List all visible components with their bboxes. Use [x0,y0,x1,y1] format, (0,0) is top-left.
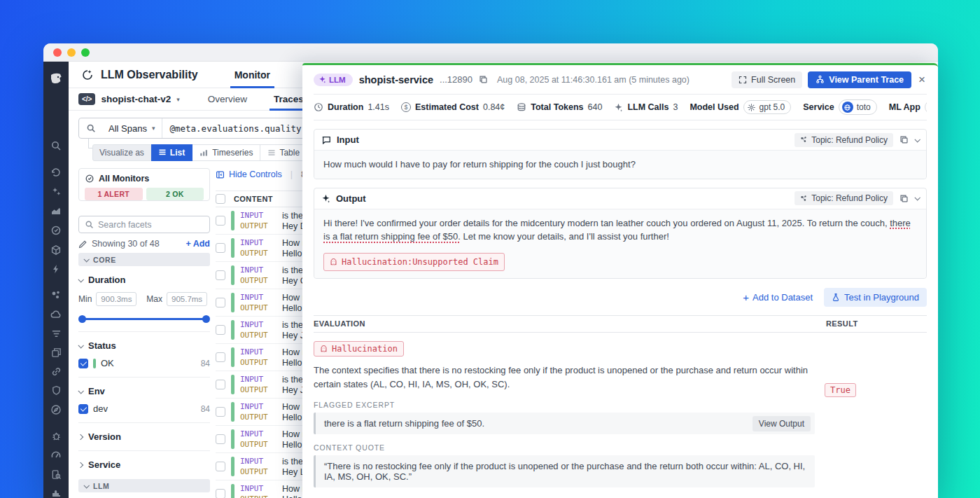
service-clusters-icon[interactable] [50,289,62,300]
all-monitors-card[interactable]: All Monitors 1 ALERT 2 OK [78,168,210,201]
metrics-chart-icon[interactable] [50,205,62,216]
row-status-bar [231,429,234,449]
copy-icon[interactable] [479,75,488,84]
cloud-icon[interactable] [50,309,62,320]
ml-app-pill[interactable]: shopist-chat-v2 [925,100,927,114]
view-parent-trace-button[interactable]: View Parent Trace [808,71,911,88]
facet-search[interactable] [78,216,210,233]
copy-icon[interactable] [899,135,909,144]
visualize-list-button[interactable]: List [151,144,192,161]
row-status-bar [231,347,234,367]
history-icon[interactable] [50,167,62,178]
row-checkbox[interactable] [216,380,225,389]
context-quote-block: “There is no restocking fee only if the … [314,455,815,487]
row-checkbox[interactable] [216,489,225,498]
duration-min-input[interactable]: 900.3ms [96,292,136,306]
facet-status-header[interactable]: Status [78,340,210,351]
context-quote-label: CONTEXT QUOTE [314,443,927,452]
facet-duration-header[interactable]: Duration [78,275,210,285]
duration-range-slider[interactable] [78,315,210,323]
plus-icon: + [743,291,749,303]
model-pill[interactable]: gpt 5.0 [743,100,792,114]
desktop: { "icons": {"caret":"▾","close":"×","plu… [0,0,980,498]
security-shield-icon[interactable] [50,385,62,396]
span-scope-dropdown[interactable]: All Spans▾ [102,118,162,138]
row-checkbox[interactable] [216,216,225,226]
infrastructure-cube-icon[interactable] [50,244,62,256]
alert-count-pill[interactable]: 1 ALERT [85,188,143,200]
topic-pill[interactable]: Topic: Refund Policy [794,133,893,147]
audit-search-icon[interactable] [50,469,62,480]
row-checkbox[interactable] [216,270,225,280]
add-to-dataset-button[interactable]: +Add to Dataset [743,291,813,303]
app-selector[interactable]: shopist-chat-v2 [101,94,171,104]
chevron-down-icon[interactable]: ▾ [176,96,180,103]
collapse-chevron-icon[interactable] [914,137,920,142]
facet-env-header[interactable]: Env [78,386,210,396]
full-screen-button[interactable]: Full Screen [732,71,802,88]
input-text: How much would I have to pay for return … [314,151,926,179]
row-checkbox[interactable] [216,243,225,253]
input-section: Input Topic: Refund Policy How much woul… [314,129,927,179]
row-checkbox[interactable] [216,407,225,417]
row-checkbox[interactable] [216,298,225,307]
monitors-target-icon[interactable] [50,225,62,236]
hallucination-violation-badge[interactable]: Hallucination:Unsupported Claim [323,253,505,271]
search-icon [85,220,94,229]
llm-observability-icon [81,69,94,81]
status-ok-checkbox[interactable] [78,359,88,368]
env-dev-checkbox[interactable] [78,404,88,414]
dashboards-windows-icon[interactable] [50,347,62,358]
facet-version-header[interactable]: Version [78,431,210,442]
facet-env-dev[interactable]: dev 84 [78,403,210,414]
facet-status-ok[interactable]: OK 84 [78,358,210,368]
service-pill[interactable]: toto [839,99,877,115]
span-timestamp: Aug 08, 2025 at 11:46:30.161 am (5 minut… [497,75,690,85]
performance-gauge-icon[interactable] [50,450,62,461]
slider-handle-max[interactable] [202,315,210,323]
view-output-button[interactable]: View Output [752,416,811,431]
flagged-excerpt-block: there is a flat return shipping fee of $… [314,413,815,434]
stat-total-tokens: Total Tokens640 [517,102,602,112]
core-section-header[interactable]: CORE [78,253,210,266]
facet-search-input[interactable] [98,220,189,230]
datadog-logo-icon[interactable] [48,71,64,87]
stat-model-used: Model Used gpt 5.0 [690,100,791,114]
close-icon[interactable]: × [917,73,927,87]
datadog-sidebar [43,62,69,498]
hallucination-eval-badge[interactable]: Hallucination [314,341,404,357]
minimize-window-button[interactable] [67,48,76,57]
topic-pill[interactable]: Topic: Refund Policy [794,191,893,205]
close-window-button[interactable] [53,48,62,57]
collapse-chevron-icon[interactable] [914,195,920,200]
span-id: ...12890 [440,74,472,85]
ok-count-pill[interactable]: 2 OK [146,188,204,200]
row-checkbox[interactable] [216,434,225,444]
integrations-link-icon[interactable] [50,366,62,377]
tab-monitor[interactable]: Monitor [230,62,274,88]
slider-handle-min[interactable] [78,315,86,323]
tab-overview[interactable]: Overview [204,88,251,111]
llm-section-header[interactable]: LLM [78,479,210,492]
events-bolt-icon[interactable] [50,264,62,274]
output-text: Hi there! I've confirmed your order deta… [323,216,917,244]
apm-compass-icon[interactable] [50,404,62,415]
search-icon[interactable] [50,140,62,151]
row-status-bar [231,238,234,258]
visualize-table-button[interactable]: Table [260,144,307,161]
test-in-playground-button[interactable]: Test in Playground [824,288,927,307]
maximize-window-button[interactable] [81,48,90,57]
duration-max-input[interactable]: 905.7ms [167,292,207,306]
plugin-icon[interactable] [50,488,62,498]
logs-filter-icon[interactable] [50,328,62,339]
row-checkbox[interactable] [216,462,225,471]
row-checkbox[interactable] [216,325,225,335]
copilot-sparkles-icon[interactable] [50,186,62,197]
facet-service-header[interactable]: Service [78,459,210,470]
select-all-checkbox[interactable] [216,194,225,204]
bug-icon[interactable] [50,431,62,441]
row-checkbox[interactable] [216,352,225,362]
visualize-timeseries-button[interactable]: Timeseries [192,144,260,161]
add-facet-button[interactable]: +Add [186,239,210,249]
copy-icon[interactable] [899,194,909,203]
